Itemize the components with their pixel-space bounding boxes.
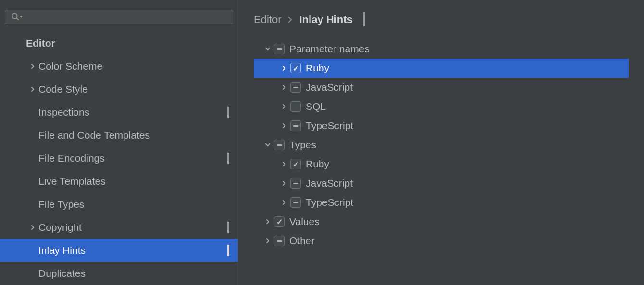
tree-row-label: TypeScript (306, 120, 353, 131)
tree-row-label: Values (289, 216, 320, 227)
project-scope-icon (227, 154, 229, 164)
project-scope-icon (363, 13, 365, 26)
mixed-icon (277, 48, 282, 50)
tree-row-other[interactable]: Other (254, 231, 629, 250)
breadcrumb-current: Inlay Hints (299, 13, 352, 26)
tree-row-label: Ruby (306, 158, 329, 170)
chevron-right-icon[interactable] (278, 161, 290, 167)
chevron-down-icon[interactable] (261, 142, 274, 147)
checkbox[interactable] (274, 140, 285, 150)
sidebar-item-label: File Encodings (38, 153, 227, 164)
tree-row-label: TypeScript (306, 197, 353, 208)
chevron-right-icon (27, 63, 38, 70)
checkbox[interactable] (290, 178, 301, 189)
mixed-icon (293, 183, 298, 184)
chevron-right-icon[interactable] (278, 65, 290, 71)
tree-row-parameter-names[interactable]: Parameter names (254, 39, 629, 59)
tree-row-types[interactable]: Types (254, 135, 629, 154)
search-input[interactable] (5, 10, 233, 24)
checkbox[interactable] (274, 216, 285, 227)
project-scope-icon (227, 107, 229, 118)
settings-sidebar: Editor Color SchemeCode StyleInspections… (0, 0, 238, 285)
sidebar-item-inspections[interactable]: Inspections (0, 101, 238, 124)
sidebar-item-live-templates[interactable]: Live Templates (0, 170, 238, 193)
checkbox[interactable] (290, 159, 301, 169)
tree-row-label: Other (289, 235, 315, 247)
chevron-right-icon (27, 224, 38, 231)
sidebar-item-duplicates[interactable]: Duplicates (0, 262, 238, 285)
chevron-right-icon[interactable] (278, 199, 290, 206)
mixed-icon (277, 240, 282, 242)
tree-row-label: JavaScript (306, 178, 353, 189)
tree-row-label: SQL (306, 101, 326, 112)
sidebar-item-label: Inlay Hints (38, 245, 227, 256)
tree-row-typescript[interactable]: TypeScript (254, 193, 629, 212)
chevron-right-icon[interactable] (278, 122, 290, 129)
tree-row-label: Ruby (306, 62, 329, 74)
tree-row-typescript[interactable]: TypeScript (254, 116, 629, 135)
sidebar-item-file-types[interactable]: File Types (0, 193, 238, 216)
sidebar-item-copyright[interactable]: Copyright (0, 216, 238, 239)
checkbox[interactable] (290, 63, 301, 73)
breadcrumb-parent[interactable]: Editor (254, 13, 281, 26)
chevron-right-icon (27, 86, 38, 93)
checkmark-icon (276, 217, 283, 227)
checkmark-icon (293, 63, 299, 73)
project-scope-icon (227, 246, 229, 256)
settings-content: Editor Inlay Hints Parameter namesRubyJa… (238, 0, 644, 285)
svg-line-1 (17, 18, 19, 20)
mixed-icon (293, 125, 298, 127)
tree-section-label: Editor (26, 37, 55, 48)
mixed-icon (277, 144, 282, 146)
sidebar-item-color-scheme[interactable]: Color Scheme (0, 55, 238, 78)
chevron-right-icon[interactable] (261, 238, 274, 244)
project-scope-icon (227, 223, 229, 233)
chevron-right-icon[interactable] (278, 103, 290, 110)
sidebar-item-label: Copyright (38, 222, 227, 233)
sidebar-item-file-encodings[interactable]: File Encodings (0, 147, 238, 170)
checkbox[interactable] (274, 44, 285, 54)
tree-section-header: Editor (0, 34, 238, 55)
checkmark-icon (293, 159, 299, 169)
tree-row-sql[interactable]: SQL (254, 97, 629, 116)
chevron-right-icon[interactable] (261, 218, 274, 225)
sidebar-item-code-style[interactable]: Code Style (0, 78, 238, 101)
mixed-icon (293, 202, 298, 203)
settings-tree: Editor Color SchemeCode StyleInspections… (0, 29, 238, 285)
sidebar-item-label: Duplicates (38, 268, 238, 279)
sidebar-item-label: File Types (38, 199, 238, 210)
sidebar-item-label: File and Code Templates (38, 130, 238, 141)
chevron-right-icon[interactable] (278, 84, 290, 91)
checkbox[interactable] (290, 120, 301, 131)
chevron-right-icon[interactable] (278, 180, 290, 187)
tree-row-label: Parameter names (289, 43, 370, 55)
checkbox[interactable] (290, 82, 301, 93)
tree-row-values[interactable]: Values (254, 212, 629, 231)
tree-row-label: Types (289, 139, 316, 151)
sidebar-item-inlay-hints[interactable]: Inlay Hints (0, 239, 238, 262)
tree-row-javascript[interactable]: JavaScript (254, 78, 629, 97)
tree-row-ruby[interactable]: Ruby (254, 59, 629, 78)
tree-row-javascript[interactable]: JavaScript (254, 174, 629, 193)
sidebar-item-label: Code Style (38, 83, 238, 95)
chevron-right-icon (288, 16, 292, 23)
checkbox[interactable] (274, 236, 285, 246)
inlay-hints-tree: Parameter namesRubyJavaScriptSQLTypeScri… (254, 37, 629, 250)
chevron-down-icon[interactable] (261, 47, 274, 51)
checkbox[interactable] (290, 101, 301, 112)
breadcrumb: Editor Inlay Hints (254, 13, 629, 37)
tree-row-ruby[interactable]: Ruby (254, 154, 629, 174)
sidebar-item-file-and-code-templates[interactable]: File and Code Templates (0, 124, 238, 147)
search-dropdown-icon[interactable] (19, 14, 24, 19)
checkbox[interactable] (290, 197, 301, 208)
sidebar-item-label: Color Scheme (38, 60, 238, 72)
sidebar-item-label: Live Templates (38, 176, 238, 187)
tree-row-label: JavaScript (306, 82, 353, 93)
sidebar-item-label: Inspections (38, 107, 227, 118)
mixed-icon (293, 87, 298, 88)
